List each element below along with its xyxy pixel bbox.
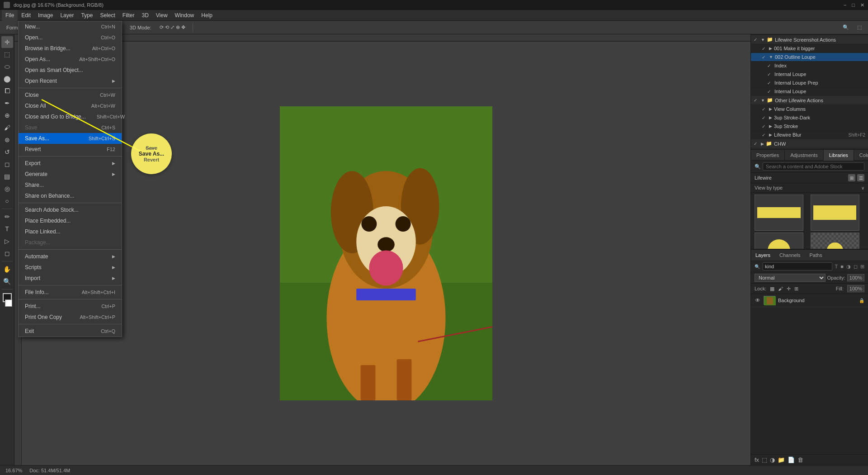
layer-mask-button[interactable]: ⬚ xyxy=(762,456,767,463)
menu-type[interactable]: Type xyxy=(77,10,96,21)
menu-search-stock[interactable]: Search Adobe Stock... xyxy=(19,204,122,215)
action-item-001[interactable]: ✓ ▶ 001 Make it bigger xyxy=(751,44,868,53)
tool-shape[interactable]: ◻ xyxy=(1,247,13,259)
layers-filter-input[interactable] xyxy=(763,262,832,271)
opacity-value[interactable]: 100% xyxy=(847,274,864,281)
action-item-internal-loupe2[interactable]: ✓ Internal Loupe xyxy=(751,87,868,96)
action-item-002[interactable]: ✓ ▼ 002 Outline Loupe xyxy=(751,53,868,62)
menu-layer[interactable]: Layer xyxy=(57,10,77,21)
toolbar-3d[interactable]: 3D Mode: xyxy=(127,24,154,31)
lib-thumb-2[interactable] xyxy=(811,195,859,231)
toolbar-3d-icons[interactable]: ⟳ ⟲ ⤢ ⊕ ✥ xyxy=(157,24,188,31)
action-item-3up-dark[interactable]: ✓ ▶ 3up Stroke-Dark xyxy=(751,114,868,122)
menu-image[interactable]: Image xyxy=(34,10,57,21)
menu-automate[interactable]: Automate xyxy=(19,251,122,262)
menu-browse-bridge[interactable]: Browse in Bridge... Alt+Ctrl+O xyxy=(19,43,122,54)
layer-delete-button[interactable]: 🗑 xyxy=(797,456,803,463)
tool-healing[interactable]: ⊕ xyxy=(1,109,13,121)
menu-import[interactable]: Import xyxy=(19,273,122,284)
lock-transparent-icon[interactable]: ▦ xyxy=(770,286,774,292)
menu-exit[interactable]: Exit Ctrl+Q xyxy=(19,326,122,337)
tool-hand[interactable]: ✋ xyxy=(1,263,13,275)
menu-export[interactable]: Export xyxy=(19,158,122,169)
tool-crop[interactable]: ⧠ xyxy=(1,85,13,97)
menu-generate[interactable]: Generate xyxy=(19,169,122,180)
menu-open-recent[interactable]: Open Recent xyxy=(19,76,122,86)
tab-channels[interactable]: Channels xyxy=(775,251,805,260)
tool-history-brush[interactable]: ↺ xyxy=(1,146,13,158)
layer-fx-button[interactable]: fx xyxy=(755,456,759,463)
blend-mode-select[interactable]: Normal Multiply Screen xyxy=(755,274,826,282)
menu-revert[interactable]: Revert F12 xyxy=(19,144,122,155)
menu-close[interactable]: Close Ctrl+W xyxy=(19,90,122,100)
tab-adjustments[interactable]: Adjustments xyxy=(785,150,824,161)
menu-select[interactable]: Select xyxy=(96,10,118,21)
filter-pixel-icon[interactable]: ■ xyxy=(840,264,844,269)
tool-text[interactable]: T xyxy=(1,223,13,235)
tool-select-rect[interactable]: ⬚ xyxy=(1,48,13,60)
layer-new-button[interactable]: 📄 xyxy=(788,456,795,463)
menu-close-bridge[interactable]: Close and Go to Bridge... Shift+Ctrl+W xyxy=(19,111,122,122)
tool-zoom[interactable]: 🔍 xyxy=(1,276,13,287)
toolbar-search[interactable]: 🔍 xyxy=(840,24,852,31)
maximize-button[interactable]: □ xyxy=(852,2,855,8)
tool-blur[interactable]: ◎ xyxy=(1,183,13,195)
action-group-header-other[interactable]: ✓ ▼ 📁 Other Lifewire Actions xyxy=(751,96,868,105)
tab-paths[interactable]: Paths xyxy=(805,251,827,260)
lock-artboard-icon[interactable]: ⊞ xyxy=(794,286,798,292)
tool-pen[interactable]: ✏ xyxy=(1,211,13,223)
menu-place-embedded[interactable]: Place Embedded... xyxy=(19,215,122,226)
fill-value[interactable]: 100% xyxy=(847,285,864,292)
minimize-button[interactable]: − xyxy=(844,2,846,8)
menu-help[interactable]: Help xyxy=(198,10,216,21)
tool-stamp[interactable]: ⊛ xyxy=(1,134,13,146)
menu-share-behance[interactable]: Share on Behance... xyxy=(19,190,122,201)
action-item-lifewire-blur[interactable]: ✓ ▶ Lifewire Blur Shift+F2 xyxy=(751,131,868,139)
list-view-button[interactable]: ☰ xyxy=(857,174,864,181)
tool-move[interactable]: ✛ xyxy=(1,36,13,48)
tool-dodge[interactable]: ○ xyxy=(1,195,13,207)
layer-adj-button[interactable]: ◑ xyxy=(770,456,775,463)
menu-scripts[interactable]: Scripts xyxy=(19,262,122,273)
filter-smart-icon[interactable]: ⊞ xyxy=(860,264,864,270)
tool-gradient[interactable]: ▤ xyxy=(1,171,13,182)
menu-save[interactable]: Save Ctrl+S xyxy=(19,122,122,133)
menu-place-linked[interactable]: Place Linked... xyxy=(19,226,122,237)
tab-libraries[interactable]: Libraries xyxy=(824,150,854,161)
tool-eraser[interactable]: ◻ xyxy=(1,158,13,170)
menu-filter[interactable]: Filter xyxy=(119,10,138,21)
action-item-view-columns[interactable]: ✓ ▶ View Columns xyxy=(751,105,868,114)
background-color[interactable] xyxy=(5,299,12,307)
menu-close-all[interactable]: Close All Alt+Ctrl+W xyxy=(19,100,122,111)
menu-file[interactable]: File xyxy=(2,10,18,21)
menu-file-info[interactable]: File Info... Alt+Shift+Ctrl+I xyxy=(19,287,122,298)
layer-background-row[interactable]: 👁 Background 🔒 xyxy=(751,294,868,307)
filter-adj-icon[interactable]: ◑ xyxy=(846,264,851,270)
layer-vis-icon[interactable]: 👁 xyxy=(755,297,761,304)
lib-thumb-1[interactable] xyxy=(755,195,803,231)
action-item-internal-loupe[interactable]: ✓ Internal Loupe xyxy=(751,70,868,79)
filter-shape-icon[interactable]: ◻ xyxy=(854,264,858,270)
action-item-index[interactable]: ✓ Index xyxy=(751,62,868,70)
menu-save-as[interactable]: Save As... Shift+Ctrl+S xyxy=(19,133,122,144)
menu-new[interactable]: New... Ctrl+N xyxy=(19,21,122,32)
menu-print[interactable]: Print... Ctrl+P xyxy=(19,301,122,312)
tool-brush[interactable]: 🖌 xyxy=(1,122,13,133)
menu-print-one[interactable]: Print One Copy Alt+Shift+Ctrl+P xyxy=(19,312,122,323)
action-group-header-lifewire[interactable]: ✓ ▼ 📁 Lifewire Screenshot Actions xyxy=(751,35,868,44)
menu-open[interactable]: Open... Ctrl+O xyxy=(19,32,122,43)
toolbar-screen[interactable]: ⬚ xyxy=(854,24,864,31)
tab-color[interactable]: Color xyxy=(854,150,868,161)
menu-open-smart[interactable]: Open as Smart Object... xyxy=(19,65,122,76)
tab-properties[interactable]: Properties xyxy=(751,150,785,161)
tool-quick-select[interactable]: ⬤ xyxy=(1,73,13,85)
layer-group-button[interactable]: 📁 xyxy=(778,456,785,463)
menu-edit[interactable]: Edit xyxy=(18,10,34,21)
menu-share[interactable]: Share... xyxy=(19,180,122,190)
tool-eyedropper[interactable]: ✒ xyxy=(1,97,13,109)
tool-lasso[interactable]: ⬭ xyxy=(1,61,13,72)
close-button[interactable]: ✕ xyxy=(860,2,864,8)
lock-position-icon[interactable]: ✛ xyxy=(787,286,791,292)
menu-3d[interactable]: 3D xyxy=(138,10,152,21)
action-group-header-chw[interactable]: ✓ ▶ 📁 CHW xyxy=(751,139,868,148)
